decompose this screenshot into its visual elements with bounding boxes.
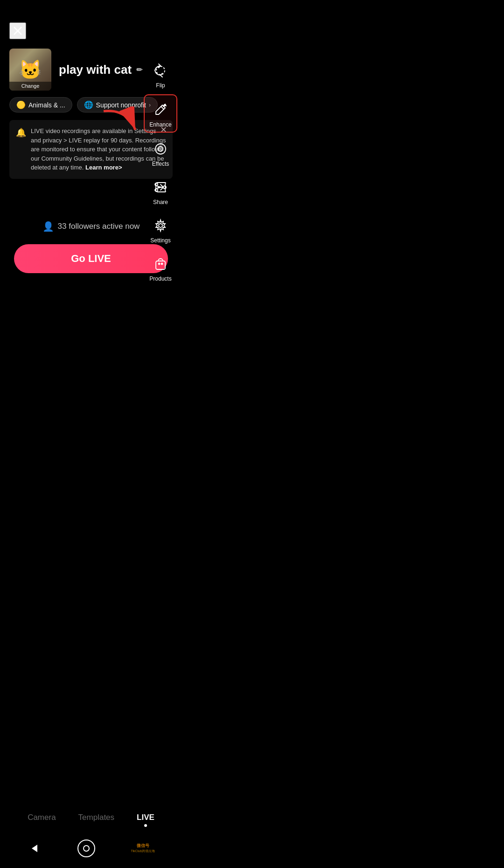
main-screen: 🐱 Change play with cat ✏ 🟡 Animals & ...… bbox=[0, 0, 182, 318]
back-icon bbox=[30, 844, 39, 853]
top-bar bbox=[0, 0, 182, 44]
svg-marker-15 bbox=[32, 845, 37, 852]
svg-point-13 bbox=[161, 263, 163, 265]
back-button[interactable] bbox=[27, 841, 42, 856]
svg-point-10 bbox=[159, 224, 162, 227]
effects-button[interactable]: Effects bbox=[144, 134, 177, 171]
products-label: Products bbox=[149, 275, 171, 282]
svg-point-7 bbox=[163, 186, 166, 189]
right-sidebar: Flip Enhance Effects bbox=[144, 56, 177, 286]
settings-button[interactable]: Settings bbox=[144, 211, 177, 247]
tab-templates[interactable]: Templates bbox=[78, 811, 114, 829]
share-label: Share bbox=[153, 199, 168, 205]
category-label: Animals & ... bbox=[28, 101, 65, 109]
products-icon-wrap bbox=[150, 253, 171, 275]
change-avatar-label[interactable]: Change bbox=[9, 82, 51, 91]
watermark-line1: 微信号 bbox=[137, 843, 149, 849]
active-tab-indicator bbox=[144, 824, 147, 827]
bottom-nav: 微信号 TikClub跨境出海 bbox=[0, 833, 182, 868]
edit-name-icon[interactable]: ✏ bbox=[136, 65, 142, 74]
share-icon-wrap bbox=[150, 176, 171, 198]
watermark-line2: TikClub跨境出海 bbox=[131, 849, 154, 854]
flip-button[interactable]: Flip bbox=[144, 56, 177, 92]
enhance-icon-wrap bbox=[150, 99, 171, 120]
products-icon bbox=[153, 256, 168, 271]
nonprofit-icon: 🌐 bbox=[84, 100, 93, 109]
flip-label: Flip bbox=[156, 82, 165, 89]
svg-rect-11 bbox=[156, 261, 165, 269]
settings-icon bbox=[153, 218, 168, 233]
bottom-tabs: Camera Templates LIVE bbox=[0, 805, 182, 831]
settings-icon-wrap bbox=[150, 215, 171, 236]
products-button[interactable]: Products bbox=[144, 249, 177, 286]
bell-icon: 🔔 bbox=[16, 127, 26, 172]
share-icon bbox=[153, 180, 168, 195]
category-icon: 🟡 bbox=[16, 100, 26, 109]
profile-name-text: play with cat bbox=[59, 63, 132, 77]
effects-label: Effects bbox=[152, 161, 169, 167]
tab-camera[interactable]: Camera bbox=[28, 811, 56, 829]
svg-point-6 bbox=[155, 189, 158, 191]
share-button[interactable]: Share bbox=[144, 173, 177, 209]
svg-point-12 bbox=[159, 263, 160, 265]
nonprofit-label: Support nonprofit bbox=[96, 101, 146, 109]
flip-icon bbox=[153, 63, 168, 78]
followers-icon: 👤 bbox=[42, 221, 54, 232]
category-tag[interactable]: 🟡 Animals & ... bbox=[9, 97, 72, 113]
enhance-button[interactable]: Enhance bbox=[144, 94, 177, 133]
home-button[interactable] bbox=[77, 840, 95, 857]
avatar-wrap[interactable]: 🐱 Change bbox=[9, 49, 51, 91]
followers-text: 33 followers active now bbox=[58, 222, 140, 231]
effects-icon bbox=[153, 141, 168, 156]
enhance-label: Enhance bbox=[149, 121, 171, 128]
tab-live[interactable]: LIVE bbox=[137, 811, 154, 829]
close-button[interactable] bbox=[9, 22, 26, 39]
learn-more-link[interactable]: Learn more> bbox=[85, 164, 122, 171]
svg-point-5 bbox=[155, 183, 158, 186]
watermark: 微信号 TikClub跨境出海 bbox=[131, 843, 154, 854]
settings-label: Settings bbox=[150, 237, 170, 244]
flip-icon-wrap bbox=[150, 60, 171, 81]
effects-icon-wrap bbox=[150, 138, 171, 160]
enhance-icon bbox=[153, 102, 168, 117]
home-icon bbox=[83, 845, 90, 852]
svg-point-2 bbox=[156, 66, 165, 75]
